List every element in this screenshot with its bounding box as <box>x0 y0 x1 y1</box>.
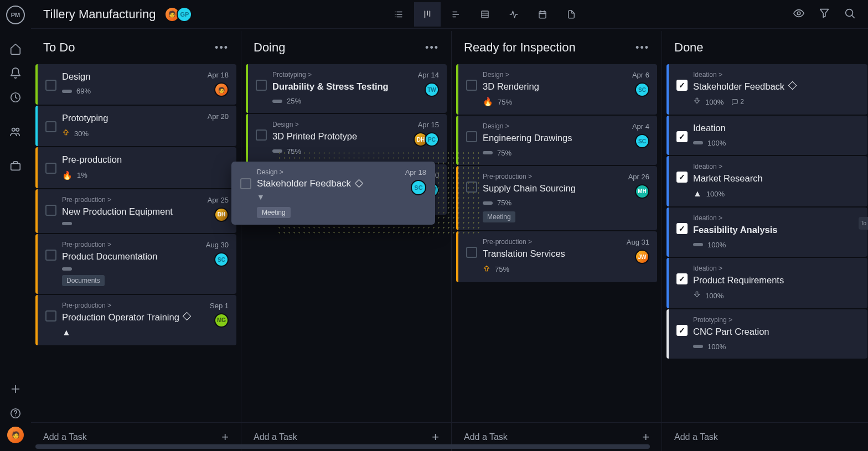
task-checkbox[interactable]: ✓ <box>676 172 688 183</box>
task-card[interactable]: Pre-production > Production Operator Tra… <box>35 295 236 345</box>
progress-bar-icon <box>62 222 72 225</box>
task-card[interactable]: Pre-production > Supply Chain Sourcing 7… <box>456 166 657 230</box>
task-checkbox[interactable]: ✓ <box>676 273 688 284</box>
assignee-avatar[interactable]: SC <box>411 180 426 195</box>
task-checkbox[interactable] <box>256 80 267 91</box>
assignee-avatar[interactable]: SC <box>635 134 649 148</box>
task-card[interactable]: Prototyping > Durability & Stress Testin… <box>246 64 447 113</box>
progress-percent: 1% <box>77 171 87 179</box>
assignee-avatar[interactable]: SC <box>214 252 229 267</box>
column-title: To Do <box>43 40 75 55</box>
task-checkbox[interactable] <box>45 163 56 174</box>
task-checkbox[interactable] <box>45 205 56 216</box>
task-card[interactable]: ✓ Ideation > Market Research ▲100% <box>666 156 867 206</box>
board-view-icon[interactable] <box>414 2 441 27</box>
task-card[interactable]: Pre-production > New Production Equipmen… <box>35 189 236 233</box>
files-view-icon[interactable] <box>558 2 585 27</box>
briefcase-icon[interactable] <box>4 155 27 177</box>
column-done: Done ✓ Ideation > Stakeholder Feedback 1… <box>662 31 868 451</box>
assignee-avatar[interactable]: DH <box>214 208 229 222</box>
progress-percent: 75% <box>497 149 512 157</box>
task-card[interactable]: ✓ Ideation > Product Requirements 100% <box>666 258 867 308</box>
side-tab[interactable]: To <box>859 217 868 230</box>
task-card[interactable]: Pre-production > Product Documentation D… <box>35 234 236 293</box>
parent-path: Pre-production > <box>483 173 623 180</box>
home-icon[interactable] <box>4 38 27 60</box>
task-checkbox[interactable]: ✓ <box>676 223 688 234</box>
task-checkbox[interactable]: ✓ <box>676 325 688 336</box>
app-logo[interactable]: PM <box>6 6 25 24</box>
horizontal-scrollbar[interactable] <box>35 444 862 449</box>
task-checkbox[interactable] <box>45 310 56 322</box>
assignee-avatar[interactable]: MG <box>214 313 229 328</box>
assignee-avatar[interactable]: TW <box>425 82 439 97</box>
member-avatars[interactable]: 🧑 GP <box>168 7 192 22</box>
assignee-avatar[interactable]: JW <box>635 250 649 264</box>
column-menu-icon[interactable]: ••• <box>215 42 229 54</box>
assignee-avatar[interactable]: SC <box>635 82 649 97</box>
task-checkbox[interactable] <box>466 131 477 142</box>
task-checkbox[interactable] <box>45 121 56 132</box>
column-title: Ready for Inspection <box>464 40 576 55</box>
task-tag: Meeting <box>483 211 515 222</box>
task-card[interactable]: Pre-production 🔥1% <box>35 147 236 188</box>
bell-icon[interactable] <box>4 62 27 84</box>
task-title: Product Documentation <box>62 251 200 262</box>
svg-point-2 <box>16 128 19 132</box>
task-card[interactable]: ✓ Ideation > Stakeholder Feedback 100% 2 <box>666 64 867 115</box>
plus-icon[interactable] <box>4 378 27 400</box>
task-checkbox[interactable] <box>256 129 267 141</box>
task-card[interactable]: Design > Engineering Drawings 75% Apr 4 … <box>456 116 657 164</box>
task-card[interactable]: Design > 3D Rendering 🔥75% Apr 6 SC <box>456 64 657 115</box>
task-checkbox[interactable] <box>45 80 56 91</box>
progress-percent: 25% <box>287 97 301 105</box>
sheet-view-icon[interactable] <box>472 2 498 27</box>
filter-icon[interactable] <box>818 7 830 22</box>
progress-bar-icon <box>693 141 703 144</box>
users-icon[interactable] <box>4 121 27 143</box>
task-card[interactable]: Design 69% Apr 18 🧑 <box>35 64 236 105</box>
task-title: Engineering Drawings <box>483 132 627 144</box>
task-card[interactable]: Prototyping 30% Apr 20 <box>35 106 236 146</box>
activity-view-icon[interactable] <box>500 2 527 27</box>
parent-path: Prototyping > <box>272 71 412 79</box>
priority-up-icon: ▲ <box>62 328 71 338</box>
assignee-avatar[interactable]: PC <box>425 132 439 147</box>
task-card[interactable]: ✓ Ideation 100% <box>666 116 867 154</box>
task-checkbox[interactable] <box>466 247 477 258</box>
priority-down-icon <box>693 291 701 300</box>
progress-percent: 100% <box>705 98 724 106</box>
progress-percent: 69% <box>76 87 91 95</box>
avatar[interactable]: GP <box>177 7 192 22</box>
dragging-card[interactable]: Design > Stakeholder Feedback ▼ Meeting … <box>231 162 435 225</box>
assignee-avatar[interactable]: MH <box>635 184 649 199</box>
task-card[interactable]: Pre-production > Translation Services 75… <box>456 231 657 282</box>
parent-path: Prototyping > <box>693 316 854 324</box>
task-card[interactable]: ✓ Prototyping > CNC Part Creation 100% <box>666 309 867 358</box>
eye-icon[interactable] <box>793 7 805 22</box>
column-menu-icon[interactable]: ••• <box>636 42 649 54</box>
progress-bar-icon <box>693 345 703 348</box>
priority-down-icon <box>693 97 701 107</box>
progress-bar-icon <box>483 201 493 205</box>
task-checkbox[interactable] <box>240 178 251 189</box>
help-icon[interactable] <box>4 402 27 424</box>
assignee-avatar[interactable]: 🧑 <box>214 82 229 97</box>
task-checkbox[interactable] <box>466 80 477 91</box>
current-user-avatar[interactable]: 🧑 <box>7 427 24 443</box>
task-title: Production Operator Training <box>62 312 204 323</box>
list-view-icon[interactable] <box>385 2 412 27</box>
task-checkbox[interactable] <box>45 250 56 261</box>
milestone-icon <box>183 312 192 320</box>
column-menu-icon[interactable]: ••• <box>425 42 439 54</box>
calendar-view-icon[interactable] <box>529 2 556 27</box>
gantt-view-icon[interactable] <box>443 2 469 27</box>
flame-icon: 🔥 <box>62 170 73 180</box>
cards-container: Prototyping > Durability & Stress Testin… <box>241 64 451 422</box>
parent-path: Pre-production > <box>62 241 200 248</box>
clock-icon[interactable] <box>4 86 27 108</box>
task-card[interactable]: ✓ Ideation > Feasibility Analysis 100% <box>666 208 867 256</box>
search-icon[interactable] <box>844 7 856 22</box>
task-checkbox[interactable]: ✓ <box>676 80 688 91</box>
task-checkbox[interactable]: ✓ <box>676 131 688 142</box>
